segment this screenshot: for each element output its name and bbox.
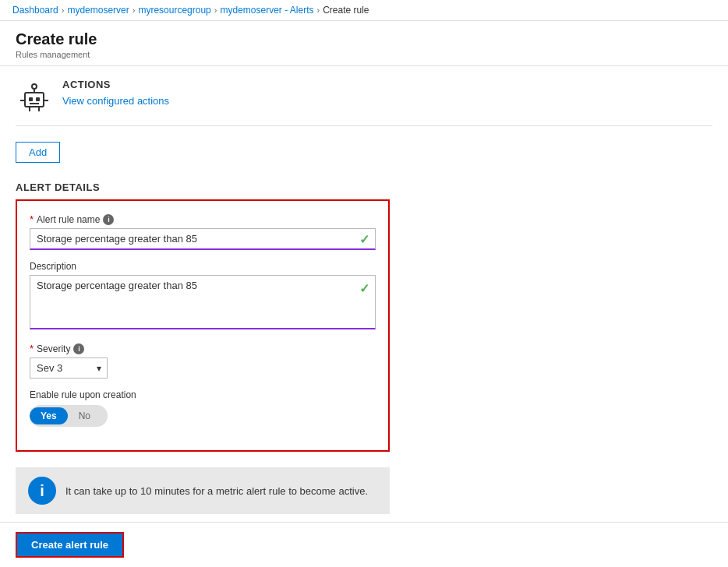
rule-name-input[interactable] — [30, 228, 376, 250]
severity-required-star: * — [30, 343, 34, 354]
severity-select[interactable]: Sev 0 Sev 1 Sev 2 Sev 3 Sev 4 — [30, 357, 108, 379]
page-subtitle: Rules management — [16, 50, 712, 59]
breadcrumb-sep-4: › — [317, 5, 320, 15]
rule-name-label: * Alert rule name i — [30, 213, 376, 225]
create-alert-rule-button[interactable]: Create alert rule — [16, 532, 124, 558]
toggle-yes-button[interactable]: Yes — [30, 407, 68, 424]
rule-name-info-icon[interactable]: i — [103, 214, 114, 225]
description-field: Description ✓ — [30, 261, 376, 332]
required-star: * — [30, 213, 34, 225]
actions-section: ACTIONS View configured actions Add — [16, 79, 712, 163]
rule-name-field: * Alert rule name i ✓ — [30, 213, 376, 250]
breadcrumb-sep-1: › — [62, 5, 65, 15]
svg-point-4 — [32, 84, 37, 89]
description-label: Description — [30, 261, 376, 272]
description-check-icon: ✓ — [359, 281, 369, 296]
breadcrumb-alerts[interactable]: mydemoserver - Alerts — [220, 5, 313, 16]
info-banner-icon: i — [28, 477, 56, 505]
rule-name-check-icon: ✓ — [359, 232, 369, 247]
svg-rect-0 — [25, 93, 44, 107]
actions-content: ACTIONS View configured actions — [62, 79, 712, 107]
severity-field: * Severity i Sev 0 Sev 1 Sev 2 Sev 3 Sev… — [30, 343, 376, 379]
alert-details-title: ALERT DETAILS — [16, 181, 712, 193]
bottom-bar: Create alert rule — [0, 522, 728, 567]
severity-select-wrapper: Sev 0 Sev 1 Sev 2 Sev 3 Sev 4 ▾ — [30, 357, 108, 379]
enable-rule-field: Enable rule upon creation Yes No — [30, 389, 376, 427]
svg-rect-2 — [36, 97, 40, 101]
info-banner-text: It can take up to 10 minutes for a metri… — [65, 485, 368, 497]
breadcrumb-myresourcegroup[interactable]: myresourcegroup — [138, 5, 210, 16]
breadcrumb-current: Create rule — [323, 5, 369, 16]
breadcrumb-sep-2: › — [133, 5, 136, 15]
toggle-no-button[interactable]: No — [68, 407, 101, 424]
actions-title: ACTIONS — [62, 79, 712, 90]
breadcrumb-mydemoserver[interactable]: mydemoserver — [67, 5, 129, 16]
view-configured-actions-link[interactable]: View configured actions — [62, 95, 169, 107]
severity-info-icon[interactable]: i — [73, 343, 84, 354]
enable-rule-label: Enable rule upon creation — [30, 389, 376, 400]
severity-label: * Severity i — [30, 343, 376, 354]
main-content: ACTIONS View configured actions Add ALER… — [0, 66, 728, 542]
actions-header: ACTIONS View configured actions — [16, 79, 712, 126]
description-textarea[interactable] — [30, 275, 376, 329]
page-title: Create rule — [16, 30, 712, 48]
svg-rect-1 — [29, 97, 33, 101]
robot-icon — [16, 79, 53, 116]
page-header: Create rule Rules management — [0, 21, 728, 66]
add-button[interactable]: Add — [16, 142, 60, 163]
info-banner: i It can take up to 10 minutes for a met… — [16, 467, 390, 514]
alert-details-section: ALERT DETAILS * Alert rule name i ✓ Desc… — [16, 181, 712, 452]
rule-name-input-wrapper: ✓ — [30, 228, 376, 250]
alert-details-box: * Alert rule name i ✓ Description ✓ — [16, 199, 390, 452]
description-textarea-wrapper: ✓ — [30, 275, 376, 332]
breadcrumb-dashboard[interactable]: Dashboard — [12, 5, 58, 16]
breadcrumb: Dashboard › mydemoserver › myresourcegro… — [0, 0, 728, 21]
breadcrumb-sep-3: › — [214, 5, 217, 15]
enable-rule-toggle[interactable]: Yes No — [30, 405, 108, 427]
